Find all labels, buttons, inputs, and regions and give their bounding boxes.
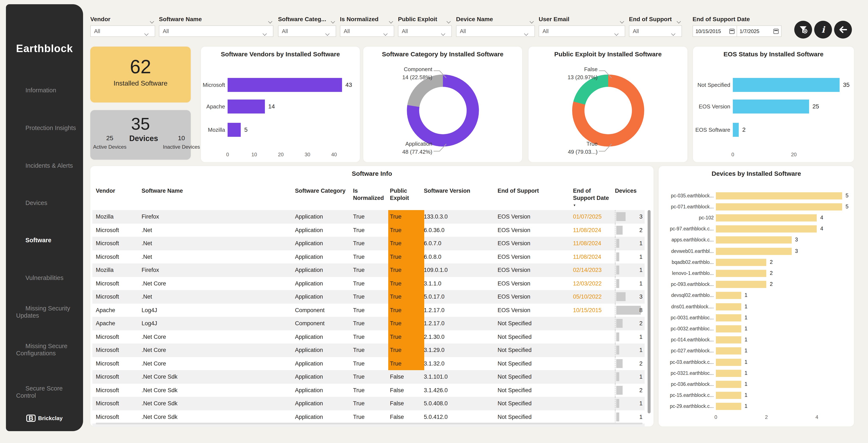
bar[interactable] [716, 270, 766, 277]
slicer-label: User Email [539, 15, 625, 25]
table-row[interactable]: MozillaFirefoxApplicationTrueTrue133.0.3… [92, 210, 645, 224]
cell-end-of-support-date: 12/03/2022 [573, 277, 614, 290]
bar[interactable] [716, 325, 741, 333]
horizontal-scrollbar[interactable] [96, 423, 643, 424]
slicer-value: All [542, 28, 549, 34]
sidebar-item-protection-insights[interactable]: Protection Insights [6, 125, 83, 132]
date-end-value: 1/7/2025 [740, 28, 759, 34]
slicer-dropdown[interactable]: All [90, 25, 155, 37]
back-button[interactable] [834, 21, 852, 38]
bar[interactable] [716, 303, 741, 310]
vertical-scrollbar[interactable] [648, 210, 651, 413]
column-header-vendor[interactable]: Vendor [96, 187, 140, 194]
slicer-dropdown[interactable]: All [159, 25, 273, 37]
bar[interactable] [716, 281, 766, 288]
axis-category-label: bqadb02.earthblo... [659, 259, 714, 266]
chevron-down-icon[interactable] [677, 17, 680, 25]
bar[interactable] [733, 123, 739, 137]
bar[interactable] [716, 403, 741, 410]
column-header-software-version[interactable]: Software Version [424, 187, 496, 194]
chevron-down-icon[interactable] [390, 17, 393, 25]
bar[interactable] [227, 78, 342, 92]
cell-devices: 1 [615, 237, 645, 250]
bar[interactable] [716, 314, 741, 321]
sidebar-item-incidents-alerts[interactable]: Incidents & Alerts [6, 162, 83, 169]
sidebar-item-software[interactable]: Software [6, 237, 83, 244]
devices-data-bar [616, 319, 622, 328]
table-row[interactable]: Microsoft.Net CoreApplicationTrueTrue3.1… [92, 343, 645, 357]
table-row[interactable]: Microsoft.NetApplicationTrueTrue6.0.8.0E… [92, 250, 645, 264]
table-row[interactable]: Microsoft.NetApplicationTrueTrue5.0.17.0… [92, 290, 645, 303]
date-end-input[interactable]: 1/7/2025 [737, 25, 781, 37]
table-row[interactable]: Microsoft.Net Core SdkApplicationTrueFal… [92, 383, 645, 397]
slicer-dropdown[interactable]: All [629, 25, 682, 37]
slicer-dropdown[interactable]: All [278, 25, 336, 37]
table-row[interactable]: ApacheLog4JComponentTrueTrue1.2.17.0Not … [92, 317, 645, 330]
slicer-dropdown[interactable]: All [539, 25, 625, 37]
column-header-software-name[interactable]: Software Name [142, 187, 294, 194]
slicer-dropdown[interactable]: All [456, 25, 535, 37]
table-row[interactable]: Microsoft.Net Core SdkApplicationTrueFal… [92, 410, 645, 423]
bar[interactable] [716, 225, 817, 233]
chevron-down-icon[interactable] [530, 17, 533, 25]
slicer-value: All [282, 28, 288, 34]
bar[interactable] [227, 100, 265, 113]
chevron-down-icon[interactable] [620, 17, 623, 25]
sidebar-item-secure-score-control[interactable]: Secure Score Control [6, 385, 83, 399]
bar[interactable] [716, 381, 741, 388]
bar[interactable] [733, 100, 809, 113]
table-row[interactable]: ApacheLog4JComponentTrueTrue1.2.17.0EOS … [92, 303, 645, 317]
sidebar-item-missing-secure-configurations[interactable]: Missing Secure Configurations [6, 343, 83, 357]
bar[interactable] [716, 370, 741, 377]
cell-software-name: .Net Core Sdk [142, 397, 294, 410]
column-header-end-of-support-date[interactable]: End of Support Date▼ [573, 187, 614, 209]
sidebar-item-missing-security-updates[interactable]: Missing Security Updates [6, 305, 83, 319]
chevron-down-icon[interactable] [447, 17, 450, 25]
bar[interactable] [716, 203, 842, 210]
bar[interactable] [733, 78, 840, 92]
table-row[interactable]: Microsoft.NetApplicationTrueTrue6.0.36.0… [92, 224, 645, 237]
cell-software-category: Application [295, 290, 352, 303]
date-start-input[interactable]: 10/15/2015 [692, 25, 738, 37]
chart-title: Public Exploit by Installed Software [528, 50, 687, 58]
sidebar-item-vulnerabilities[interactable]: Vulnerabilities [6, 274, 83, 282]
chevron-down-icon[interactable] [332, 17, 334, 25]
table-row[interactable]: Microsoft.Net CoreApplicationTrueTrue3.1… [92, 357, 645, 370]
devices-count: 1 [639, 397, 643, 410]
table-row[interactable]: Microsoft.Net CoreApplicationTrueTrue3.1… [92, 277, 645, 290]
table-row[interactable]: Microsoft.Net Core SdkApplicationTrueFal… [92, 397, 645, 410]
column-header-software-category[interactable]: Software Category [295, 187, 352, 194]
kpi-installed-software[interactable]: 62 Installed Software [90, 46, 191, 102]
column-header-is-normalized[interactable]: Is Normalized [353, 187, 389, 202]
table-row[interactable]: Microsoft.Net Core SdkApplicationTrueFal… [92, 370, 645, 383]
bar[interactable] [716, 247, 792, 255]
slicer-dropdown[interactable]: All [340, 25, 394, 37]
bar[interactable] [716, 259, 766, 266]
axis-category-label: dns01.earthblock.... [659, 303, 714, 310]
clear-filters-button[interactable] [794, 21, 812, 38]
cell-devices: 1 [615, 264, 645, 277]
bar[interactable] [716, 336, 741, 343]
table-row[interactable]: Microsoft.Net CoreApplicationTrueTrue2.1… [92, 330, 645, 343]
bar[interactable] [227, 123, 241, 137]
column-header-public-exploit[interactable]: Public Exploit [390, 187, 424, 202]
bar[interactable] [716, 292, 741, 299]
slicer-dropdown[interactable]: All [398, 25, 452, 37]
table-row[interactable]: MozillaFirefoxApplicationTrueTrue109.0.1… [92, 264, 645, 277]
chevron-down-icon[interactable] [269, 17, 272, 25]
bar[interactable] [716, 192, 842, 199]
bar[interactable] [716, 392, 741, 399]
bar[interactable] [716, 347, 741, 355]
table-row[interactable]: Microsoft.NetApplicationTrueTrue6.0.7.0E… [92, 237, 645, 250]
info-button[interactable]: i [814, 21, 832, 38]
column-header-devices[interactable]: Devices [615, 187, 645, 194]
column-header-end-of-support[interactable]: End of Support [498, 187, 572, 194]
bar[interactable] [716, 359, 741, 366]
chevron-down-icon[interactable] [151, 17, 153, 25]
devices-data-bar [616, 239, 619, 248]
bar[interactable] [716, 237, 792, 244]
sidebar-item-information[interactable]: Information [6, 87, 83, 94]
bar[interactable] [716, 214, 817, 222]
kpi-devices[interactable]: 35 25 Devices 10 Active Devices Inactive… [90, 110, 191, 160]
sidebar-item-devices[interactable]: Devices [6, 200, 83, 207]
